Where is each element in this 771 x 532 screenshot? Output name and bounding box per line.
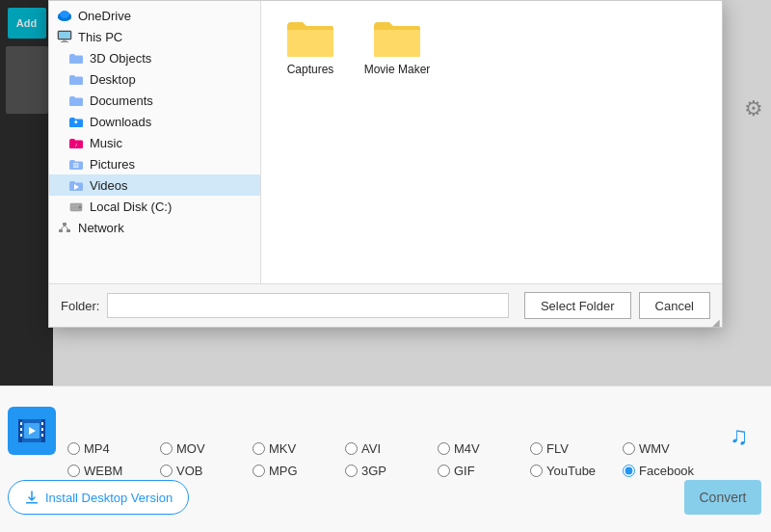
format-option-avi[interactable]: AVI <box>345 441 422 456</box>
install-button[interactable]: Install Desktop Version <box>8 480 189 515</box>
format-radio-gif[interactable] <box>438 465 450 477</box>
svg-rect-25 <box>20 434 22 437</box>
tree-item-pictures[interactable]: 🖼 Pictures <box>49 153 260 174</box>
bottom-bar: MP4 MOV MKV AVI M4V FLV <box>0 386 771 532</box>
convert-button[interactable]: Convert <box>684 480 761 515</box>
format-option-flv[interactable]: FLV <box>530 441 607 456</box>
folder-videos-icon <box>68 177 84 193</box>
tree-label-network: Network <box>78 221 124 235</box>
format-label-avi: AVI <box>361 441 381 456</box>
format-radio-wmv[interactable] <box>623 442 635 455</box>
folder-desktop-icon <box>68 71 84 87</box>
tree-item-3dobjects[interactable]: 3D Objects <box>49 47 260 68</box>
format-option-3gp[interactable]: 3GP <box>345 464 422 478</box>
tree-label-pictures: Pictures <box>90 157 135 172</box>
format-label-mp4: MP4 <box>84 441 110 456</box>
format-option-gif[interactable]: GIF <box>438 464 515 478</box>
folder-label-captures: Captures <box>287 63 334 76</box>
music-note-icon: ♫ <box>726 417 760 452</box>
format-label-webm: WEBM <box>84 464 122 478</box>
format-radio-webm[interactable] <box>67 465 80 477</box>
svg-rect-28 <box>41 434 43 437</box>
format-icon-area <box>8 407 56 455</box>
format-label-wmv: WMV <box>639 441 670 456</box>
format-row-1: MP4 MOV MKV AVI M4V FLV <box>67 438 675 460</box>
tree-label-thispc: This PC <box>78 30 122 44</box>
format-option-facebook[interactable]: Facebook <box>623 464 700 478</box>
tree-label-3dobjects: 3D Objects <box>90 51 151 66</box>
file-browser-dialog: OneDrive This PC 3D Objects <box>48 0 723 328</box>
svg-text:🖼: 🖼 <box>73 163 79 169</box>
install-label: Install Desktop Version <box>45 491 173 505</box>
computer-icon <box>57 29 72 44</box>
svg-rect-6 <box>63 40 66 41</box>
format-label-mpg: MPG <box>269 464 298 478</box>
format-radio-mkv[interactable] <box>253 442 265 455</box>
svg-rect-27 <box>41 428 43 431</box>
format-radio-flv[interactable] <box>530 442 543 455</box>
format-radio-youtube[interactable] <box>530 465 543 477</box>
folder-path-input[interactable] <box>107 293 508 318</box>
tree-label-documents: Documents <box>90 93 153 108</box>
tree-item-videos[interactable]: Videos <box>49 174 260 196</box>
format-option-mkv[interactable]: MKV <box>253 441 330 456</box>
tree-label-videos: Videos <box>90 178 128 193</box>
svg-rect-32 <box>26 502 38 504</box>
format-row-2: WEBM VOB MPG 3GP GIF YouTube <box>67 460 675 482</box>
music-icon-area: ♫ <box>723 414 763 455</box>
svg-rect-7 <box>61 41 68 42</box>
format-option-webm[interactable]: WEBM <box>67 464 145 478</box>
tree-label-music: Music <box>90 136 122 150</box>
svg-rect-23 <box>20 422 22 425</box>
tree-item-network[interactable]: Network <box>49 217 260 238</box>
format-radio-mov[interactable] <box>160 442 173 455</box>
svg-rect-16 <box>59 229 63 232</box>
format-option-vob[interactable]: VOB <box>160 464 237 478</box>
resize-handle[interactable]: ◢ <box>712 317 722 327</box>
format-label-3gp: 3GP <box>361 464 386 478</box>
drive-icon <box>68 199 84 214</box>
tree-item-thispc[interactable]: This PC <box>49 26 260 47</box>
folder-moviemaker-icon <box>372 16 422 59</box>
folder-pictures-icon: 🖼 <box>68 156 84 172</box>
svg-text:♫: ♫ <box>730 421 749 450</box>
format-radio-mpg[interactable] <box>253 465 265 477</box>
format-options-area: MP4 MOV MKV AVI M4V FLV <box>67 438 675 482</box>
folder-item-moviemaker[interactable]: Movie Maker <box>363 16 431 76</box>
format-option-mpg[interactable]: MPG <box>253 464 330 478</box>
tree-label-localdisk: Local Disk (C:) <box>90 200 172 214</box>
folder-tree: OneDrive This PC 3D Objects <box>49 1 261 283</box>
folder-label-moviemaker: Movie Maker <box>364 63 431 76</box>
cancel-button[interactable]: Cancel <box>639 292 710 319</box>
format-label-flv: FLV <box>546 441 569 456</box>
svg-rect-26 <box>41 422 43 425</box>
svg-rect-17 <box>66 229 70 232</box>
tree-item-onedrive[interactable]: OneDrive <box>49 5 260 26</box>
tree-item-downloads[interactable]: Downloads <box>49 111 260 132</box>
folder-captures-icon <box>285 16 335 59</box>
tree-item-music[interactable]: ♪ Music <box>49 132 260 153</box>
folder-downloads-icon <box>68 114 84 129</box>
format-option-youtube[interactable]: YouTube <box>530 464 607 478</box>
tree-item-documents[interactable]: Documents <box>49 90 260 111</box>
format-option-mp4[interactable]: MP4 <box>67 441 145 456</box>
format-radio-m4v[interactable] <box>438 442 450 455</box>
folder-music-icon: ♪ <box>68 135 84 150</box>
format-radio-facebook[interactable] <box>623 465 635 477</box>
format-option-wmv[interactable]: WMV <box>623 441 700 456</box>
folder-content-area: Captures Movie Maker <box>261 1 722 283</box>
format-radio-3gp[interactable] <box>345 465 358 477</box>
format-label-youtube: YouTube <box>546 464 596 478</box>
tree-item-desktop[interactable]: Desktop <box>49 68 260 90</box>
select-folder-button[interactable]: Select Folder <box>524 292 631 319</box>
format-option-mov[interactable]: MOV <box>160 441 237 456</box>
format-radio-vob[interactable] <box>160 465 173 477</box>
format-label-m4v: M4V <box>454 441 480 456</box>
format-label-mkv: MKV <box>269 441 296 456</box>
folder-item-captures[interactable]: Captures <box>277 16 344 76</box>
format-option-m4v[interactable]: M4V <box>438 441 515 456</box>
format-radio-mp4[interactable] <box>67 442 80 455</box>
tree-item-localdisk[interactable]: Local Disk (C:) <box>49 196 260 217</box>
svg-rect-5 <box>59 32 70 39</box>
format-radio-avi[interactable] <box>345 442 358 455</box>
